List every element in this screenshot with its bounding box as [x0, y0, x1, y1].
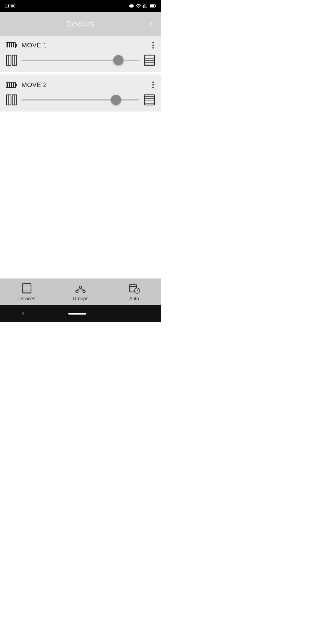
svg-point-41	[76, 290, 78, 292]
svg-rect-1	[155, 5, 156, 7]
svg-rect-5	[7, 43, 8, 47]
device-slider-row-1	[6, 55, 155, 66]
nav-label-groups: Groups	[73, 296, 88, 301]
wifi-icon	[136, 3, 141, 9]
device-header-left-2: MOVE 2	[6, 81, 47, 89]
device-card-2: MOVE 2	[0, 75, 161, 112]
page-title: Devices	[66, 19, 95, 29]
device-header-1: MOVE 1	[6, 41, 155, 50]
device-header-2: MOVE 2	[6, 80, 155, 89]
blinds-closed-icon-1	[144, 55, 155, 66]
blinds-closed-icon-2	[144, 94, 155, 106]
device-battery-icon-1	[6, 42, 17, 49]
dot-3	[152, 47, 154, 49]
svg-point-42	[83, 290, 85, 292]
add-device-button[interactable]: +	[148, 19, 154, 29]
device-header-left-1: MOVE 1	[6, 41, 47, 49]
device-list: MOVE 1	[0, 36, 161, 112]
vibrate-icon	[129, 3, 134, 9]
nav-item-groups[interactable]: Groups	[54, 282, 107, 301]
dot-5	[152, 84, 154, 86]
home-pill[interactable]	[68, 313, 86, 315]
svg-point-40	[79, 286, 82, 288]
dot-6	[152, 87, 154, 88]
nav-item-auto[interactable]: Auto	[107, 282, 161, 301]
svg-rect-29	[144, 95, 154, 105]
svg-rect-7	[11, 43, 12, 47]
svg-rect-23	[11, 83, 12, 87]
device-name-2: MOVE 2	[21, 81, 47, 89]
system-nav-bar: ‹	[0, 305, 161, 322]
groups-nav-icon	[75, 282, 86, 294]
slider-thumb-2[interactable]	[111, 95, 121, 105]
svg-rect-24	[13, 83, 14, 87]
slider-thumb-1[interactable]	[113, 55, 123, 65]
devices-nav-icon	[21, 282, 33, 294]
device-menu-button-2[interactable]	[151, 80, 155, 89]
slider-track-2	[21, 99, 140, 100]
device-name-1: MOVE 1	[21, 41, 47, 49]
svg-rect-20	[16, 84, 17, 86]
back-button[interactable]: ‹	[22, 310, 24, 318]
svg-rect-13	[144, 55, 154, 65]
status-icons	[129, 3, 156, 9]
device-menu-button-1[interactable]	[151, 41, 155, 50]
auto-nav-icon	[128, 282, 140, 294]
device-slider-2[interactable]	[21, 94, 140, 106]
device-slider-row-2	[6, 94, 155, 106]
status-time: 11:00	[5, 4, 16, 8]
nav-item-devices[interactable]: Devices	[0, 282, 54, 301]
device-slider-1[interactable]	[21, 55, 140, 66]
battery-icon	[150, 4, 156, 8]
dot-1	[152, 42, 154, 43]
app-header: Devices +	[0, 12, 161, 36]
signal-icon	[143, 3, 148, 9]
svg-rect-21	[7, 83, 8, 87]
slider-track-1	[21, 60, 140, 61]
nav-label-auto: Auto	[129, 296, 139, 301]
device-battery-icon-2	[6, 82, 17, 88]
bottom-nav: Devices Groups Auto	[0, 278, 161, 305]
dot-4	[152, 81, 154, 83]
blinds-open-icon-1	[6, 55, 17, 66]
status-bar: 11:00	[0, 0, 161, 12]
svg-rect-6	[9, 43, 10, 47]
nav-label-devices: Devices	[18, 296, 35, 301]
svg-rect-2	[150, 5, 154, 7]
device-card-1: MOVE 1	[0, 36, 161, 72]
svg-rect-8	[13, 43, 14, 47]
svg-rect-4	[16, 44, 17, 47]
dot-2	[152, 44, 154, 46]
slider-fill-1	[21, 60, 118, 61]
slider-fill-2	[21, 99, 116, 100]
svg-rect-22	[9, 83, 10, 87]
blinds-open-icon-2	[6, 94, 17, 106]
